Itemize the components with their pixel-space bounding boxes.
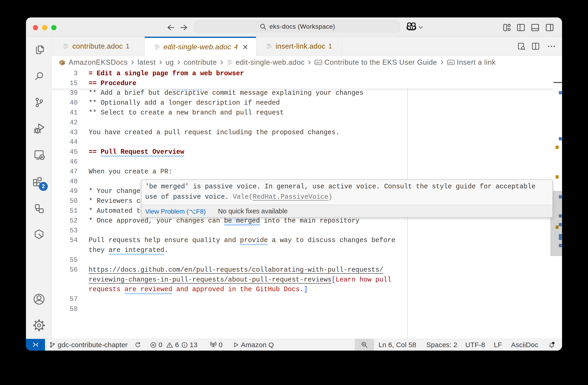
svg-text:abc: abc — [316, 61, 321, 64]
svg-text:abc: abc — [448, 61, 453, 64]
